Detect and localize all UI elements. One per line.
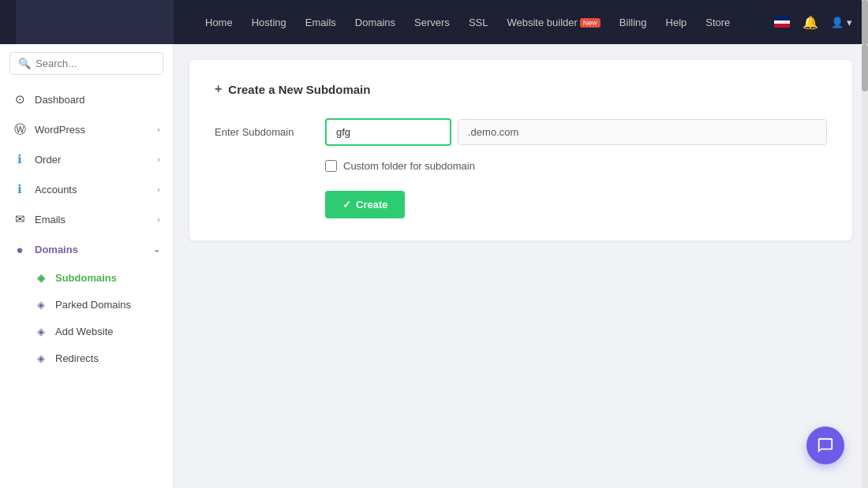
- custom-folder-label: Custom folder for subdomain: [343, 160, 475, 172]
- nav-hosting[interactable]: Hosting: [252, 17, 286, 28]
- bell-icon: 🔔: [803, 15, 818, 30]
- sidebar-sub-item-redirects[interactable]: ◈ Redirects: [0, 345, 173, 371]
- sidebar-sub-label-subdomains: Subdomains: [55, 272, 117, 284]
- chevron-icon: ›: [157, 155, 160, 164]
- sidebar-label-accounts: Accounts: [35, 184, 77, 196]
- nav-emails[interactable]: Emails: [305, 17, 336, 28]
- plus-icon: +: [215, 82, 222, 96]
- subdomain-inputs: [325, 118, 827, 146]
- chevron-icon: ›: [157, 184, 160, 194]
- custom-folder-row: Custom folder for subdomain: [325, 160, 827, 172]
- search-input[interactable]: [36, 58, 155, 69]
- subdomain-form-row: Enter Subdomain: [215, 118, 827, 146]
- parked-domains-icon: ◈: [35, 298, 47, 311]
- nav-servers[interactable]: Servers: [414, 17, 450, 28]
- search-icon: 🔍: [18, 58, 31, 69]
- card-title-text: Create a New Subdomain: [228, 83, 370, 96]
- sidebar-label-domains: Domains: [35, 244, 78, 255]
- nav-help[interactable]: Help: [666, 17, 687, 28]
- redirects-icon: ◈: [35, 352, 47, 364]
- card-title: + Create a New Subdomain: [215, 82, 827, 96]
- search-box[interactable]: 🔍: [9, 52, 163, 75]
- checkmark-icon: ✓: [342, 199, 351, 210]
- main-scrollbar[interactable]: [862, 44, 868, 488]
- sidebar-item-wordpress[interactable]: Ⓦ WordPress ›: [0, 114, 173, 144]
- dashboard-icon: ⊙: [13, 92, 27, 106]
- order-icon: ℹ: [13, 152, 27, 166]
- user-menu-button[interactable]: 👤 ▾: [831, 17, 852, 28]
- chevron-down-icon: ⌄: [153, 244, 160, 255]
- wordpress-icon: Ⓦ: [13, 122, 27, 136]
- notifications-button[interactable]: 🔔: [803, 15, 818, 30]
- accounts-icon: ℹ: [13, 182, 27, 196]
- nav-billing[interactable]: Billing: [619, 17, 647, 28]
- nav-store[interactable]: Store: [705, 17, 730, 28]
- sidebar-item-domains[interactable]: ● Domains ⌄: [0, 234, 173, 264]
- subdomains-icon: ◈: [35, 271, 47, 284]
- flag-icon: [774, 17, 790, 28]
- main-content: + Create a New Subdomain Enter Subdomain…: [174, 44, 868, 488]
- create-button-label: Create: [356, 199, 387, 210]
- sidebar-sub-item-subdomains[interactable]: ◈ Subdomains: [0, 264, 173, 291]
- sidebar-item-dashboard[interactable]: ⊙ Dashboard: [0, 84, 173, 114]
- domain-suffix-field[interactable]: [458, 119, 827, 145]
- enter-subdomain-label: Enter Subdomain: [215, 126, 325, 138]
- add-website-icon: ◈: [35, 325, 47, 337]
- main-scrollbar-thumb: [862, 44, 868, 91]
- sidebar-label-order: Order: [35, 154, 61, 166]
- nav-home[interactable]: Home: [205, 17, 233, 28]
- scrollbar-thumb: [862, 0, 868, 47]
- sidebar-label-emails: Emails: [35, 214, 65, 225]
- chevron-icon: ›: [157, 125, 160, 134]
- user-icon: 👤: [831, 17, 844, 28]
- sidebar-item-emails[interactable]: ✉ Emails ›: [0, 204, 173, 234]
- new-badge: New: [580, 18, 600, 28]
- scrollbar[interactable]: [862, 0, 868, 44]
- sidebar-sub-item-add-website[interactable]: ◈ Add Website: [0, 318, 173, 345]
- custom-folder-checkbox[interactable]: [325, 160, 337, 172]
- sidebar-sub-label-add-website: Add Website: [55, 326, 113, 337]
- sidebar-item-order[interactable]: ℹ Order ›: [0, 144, 173, 174]
- nav-ssl[interactable]: SSL: [469, 17, 488, 28]
- flag-button[interactable]: [774, 17, 790, 28]
- user-chevron-icon: ▾: [847, 17, 852, 28]
- subdomain-input[interactable]: [325, 118, 451, 146]
- nav-links: Home Hosting Emails Domains Servers SSL …: [205, 17, 774, 28]
- top-nav: Home Hosting Emails Domains Servers SSL …: [0, 0, 868, 44]
- nav-actions: 🔔 👤 ▾: [774, 15, 852, 30]
- create-button[interactable]: ✓ Create: [325, 191, 405, 218]
- main-layout: 🔍 ⊙ Dashboard Ⓦ WordPress › ℹ Order › ℹ …: [0, 44, 868, 488]
- sidebar-sub-item-parked-domains[interactable]: ◈ Parked Domains: [0, 291, 173, 318]
- domains-icon: ●: [13, 242, 27, 256]
- logo: [16, 0, 174, 44]
- sidebar: 🔍 ⊙ Dashboard Ⓦ WordPress › ℹ Order › ℹ …: [0, 44, 174, 488]
- create-subdomain-card: + Create a New Subdomain Enter Subdomain…: [189, 60, 852, 240]
- chat-icon: [817, 437, 834, 454]
- sidebar-label-dashboard: Dashboard: [35, 94, 85, 106]
- sidebar-sub-label-parked-domains: Parked Domains: [55, 299, 131, 311]
- nav-domains[interactable]: Domains: [355, 17, 395, 28]
- sidebar-item-accounts[interactable]: ℹ Accounts ›: [0, 174, 173, 204]
- sidebar-sub-label-redirects: Redirects: [55, 352, 99, 364]
- chevron-icon: ›: [157, 214, 160, 224]
- emails-icon: ✉: [13, 212, 27, 226]
- sidebar-label-wordpress: WordPress: [35, 124, 85, 136]
- chat-button[interactable]: [806, 427, 844, 464]
- nav-website-builder[interactable]: Website builderNew: [507, 17, 600, 28]
